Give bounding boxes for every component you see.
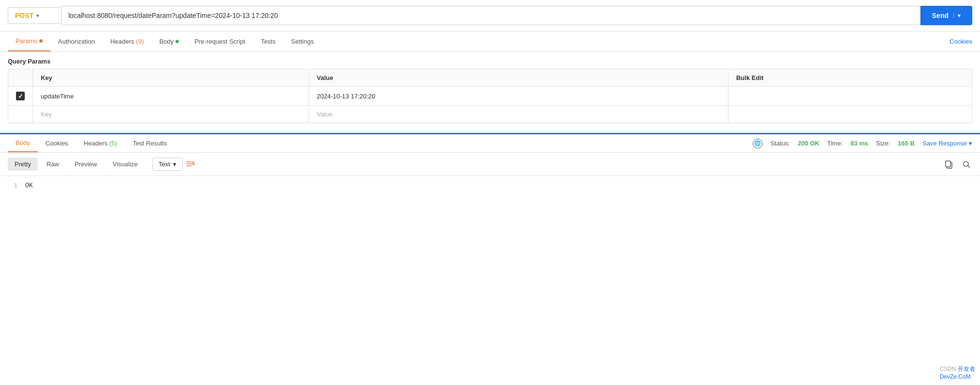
response-section: Body Cookies Headers (5) Test Results 🌐 … xyxy=(0,133,980,195)
table-row: updateTime 2024-10-13 17:20:20 xyxy=(8,87,972,106)
tab-tests-label: Tests xyxy=(261,38,275,45)
response-tab-body-label: Body xyxy=(16,139,30,146)
line-number-1: 1 xyxy=(8,182,17,189)
tab-body[interactable]: Body xyxy=(152,32,187,51)
response-tab-headers-label: Headers xyxy=(84,140,108,147)
row1-key[interactable]: updateTime xyxy=(33,87,309,106)
cookies-link[interactable]: Cookies xyxy=(949,32,972,51)
url-input[interactable] xyxy=(61,6,920,25)
time-value: 83 ms xyxy=(851,140,869,147)
response-tab-test-results-label: Test Results xyxy=(133,140,167,147)
method-text: POST xyxy=(15,12,33,19)
status-area: 🌐 Status: 200 OK Time: 83 ms Size: 165 B… xyxy=(753,139,972,148)
row1-checkbox-cell[interactable] xyxy=(8,87,33,106)
cookies-label: Cookies xyxy=(949,38,972,45)
format-tabs-row: Pretty Raw Preview Visualize Text ▾ xyxy=(0,153,980,176)
send-label: Send xyxy=(932,12,948,19)
tab-params[interactable]: Params xyxy=(8,32,50,51)
tab-authorization[interactable]: Authorization xyxy=(50,32,103,51)
size-label: Size: xyxy=(876,140,890,147)
params-table: Key Value Bulk Edit updateTime 2024-10-1… xyxy=(8,69,972,123)
response-content-1: OK xyxy=(25,182,33,189)
row2-extra xyxy=(728,106,972,123)
row1-checkbox[interactable] xyxy=(16,92,25,100)
row1-value[interactable]: 2024-10-13 17:20:20 xyxy=(309,87,728,106)
status-label: Status: xyxy=(770,140,790,147)
tab-body-label: Body xyxy=(159,38,174,45)
format-tab-preview[interactable]: Preview xyxy=(68,158,104,171)
tab-settings-label: Settings xyxy=(291,38,314,45)
query-params-title: Query Params xyxy=(0,52,980,69)
body-dot-icon xyxy=(175,40,179,43)
wrap-text-icon[interactable] xyxy=(185,159,196,170)
save-response-button[interactable]: Save Response ▾ xyxy=(922,140,972,147)
headers-badge: (9) xyxy=(136,38,144,45)
tab-headers[interactable]: Headers (9) xyxy=(103,32,152,51)
row2-key[interactable]: Key xyxy=(33,106,309,123)
method-chevron-icon: ▾ xyxy=(36,13,39,19)
table-row: Key Value xyxy=(8,106,972,123)
col-header-value: Value xyxy=(309,69,728,87)
size-value: 165 B xyxy=(898,140,915,147)
svg-rect-4 xyxy=(946,161,950,167)
response-tab-test-results[interactable]: Test Results xyxy=(125,135,175,152)
format-tab-visualize[interactable]: Visualize xyxy=(106,158,144,171)
tab-settings[interactable]: Settings xyxy=(283,32,321,51)
row2-checkbox-cell[interactable] xyxy=(8,106,33,123)
response-tab-cookies[interactable]: Cookies xyxy=(38,135,76,152)
format-tab-preview-label: Preview xyxy=(75,160,97,168)
text-format-label: Text xyxy=(158,160,170,168)
send-chevron-icon: ▾ xyxy=(953,13,961,19)
row2-value[interactable]: Value xyxy=(309,106,728,123)
format-tab-raw-label: Raw xyxy=(47,160,59,168)
method-selector[interactable]: POST ▾ xyxy=(8,7,61,24)
col-header-bulk[interactable]: Bulk Edit xyxy=(728,69,972,87)
time-label: Time: xyxy=(827,140,843,147)
response-tabs: Body Cookies Headers (5) Test Results 🌐 … xyxy=(0,134,980,153)
text-format-dropdown[interactable]: Text ▾ xyxy=(152,158,183,171)
format-tab-raw[interactable]: Raw xyxy=(40,158,66,171)
watermark-csdn: CSDN xyxy=(940,366,958,372)
col-header-key: Key xyxy=(33,69,309,87)
response-body: 1 OK xyxy=(0,176,980,195)
row1-extra xyxy=(728,87,972,106)
tab-params-label: Params xyxy=(16,37,37,45)
text-format-chevron-icon: ▾ xyxy=(173,160,176,168)
col-header-checkbox xyxy=(8,69,33,87)
tab-authorization-label: Authorization xyxy=(58,38,95,45)
response-tab-body[interactable]: Body xyxy=(8,134,38,152)
bulk-edit-button[interactable]: Bulk Edit xyxy=(736,74,763,81)
globe-icon: 🌐 xyxy=(753,139,762,148)
tab-prerequest[interactable]: Pre-request Script xyxy=(187,32,253,51)
request-tabs: Params Authorization Headers (9) Body Pr… xyxy=(0,32,980,52)
response-tab-cookies-label: Cookies xyxy=(46,140,68,147)
format-tab-pretty-label: Pretty xyxy=(15,160,31,168)
params-dot-icon xyxy=(39,39,43,43)
tab-prerequest-label: Pre-request Script xyxy=(194,38,245,45)
response-tab-headers[interactable]: Headers (5) xyxy=(76,135,125,152)
tab-headers-label: Headers xyxy=(111,38,134,45)
status-value: 200 OK xyxy=(798,140,820,147)
watermark: CSDN 开发者DevZe.CoM xyxy=(940,365,975,380)
format-tab-pretty[interactable]: Pretty xyxy=(8,158,38,171)
search-icon[interactable] xyxy=(961,159,972,170)
format-tab-visualize-label: Visualize xyxy=(112,160,138,168)
response-headers-badge: (5) xyxy=(110,140,117,147)
save-response-label: Save Response xyxy=(922,140,967,147)
url-bar: POST ▾ Send ▾ xyxy=(0,0,980,32)
copy-icon[interactable] xyxy=(943,159,955,170)
svg-line-6 xyxy=(968,166,970,168)
send-button[interactable]: Send ▾ xyxy=(920,6,972,25)
save-response-chevron-icon: ▾ xyxy=(969,140,972,147)
svg-point-5 xyxy=(964,161,968,166)
tab-tests[interactable]: Tests xyxy=(253,32,283,51)
